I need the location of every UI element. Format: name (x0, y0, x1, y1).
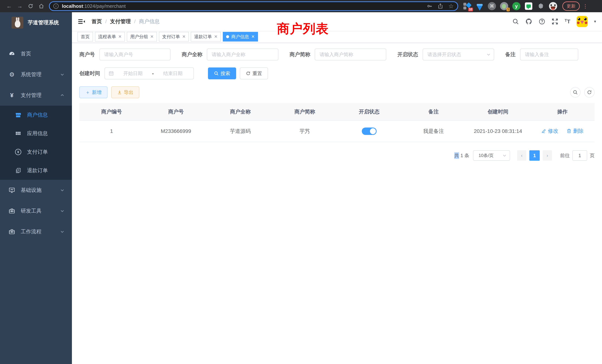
merchant-no-input[interactable] (99, 49, 171, 60)
export-button[interactable]: 导出 (111, 86, 139, 98)
page-number-1[interactable]: 1 (529, 150, 540, 161)
sidebar-item-devtools[interactable]: 研发工具 (0, 201, 72, 221)
next-page-button[interactable]: › (543, 150, 552, 161)
extension-recorder-icon[interactable]: 1 (500, 2, 508, 10)
sidebar-item-pay-order[interactable]: ¥ 支付订单 (0, 143, 72, 161)
top-navbar: 首页 / 支付管理 / 商户信息 (72, 12, 602, 31)
close-icon[interactable]: ✕ (251, 34, 255, 39)
extension-command-icon[interactable]: ⌘ (488, 2, 496, 10)
extension-devtools-icon[interactable]: 10 (463, 2, 472, 10)
bookmark-star-icon[interactable]: ☆ (448, 3, 454, 10)
tab-home[interactable]: 首页 (77, 32, 93, 42)
trash-icon (566, 128, 572, 134)
full-name-input[interactable] (207, 49, 278, 60)
remark-input[interactable] (520, 49, 578, 60)
sidebar-item-workflow[interactable]: 工作流程 (0, 221, 72, 242)
tab-label: 商户信息 (231, 34, 249, 40)
page-size-select[interactable] (473, 150, 510, 161)
search-icon (573, 90, 578, 95)
forward-icon[interactable]: → (14, 1, 25, 11)
status-toggle[interactable] (362, 128, 377, 135)
extensions-puzzle-icon[interactable] (537, 2, 545, 10)
show-search-toggle-button[interactable] (570, 87, 580, 97)
cell-full-name: 芋道源码 (208, 120, 273, 142)
refresh-table-button[interactable] (584, 87, 595, 97)
status-label: 开启状态 (397, 51, 418, 58)
sidebar-item-label: 商户信息 (27, 111, 48, 118)
page-content: 商户号 商户全称 商户简称 开启状态 (72, 43, 602, 364)
column-header: 商户号 (144, 103, 208, 120)
extension-y-icon[interactable]: y (512, 2, 520, 10)
cell-merchant-no: M233666999 (144, 120, 208, 142)
sidebar-item-label: 支付订单 (27, 149, 48, 156)
close-icon[interactable]: ✕ (118, 34, 122, 39)
merchant-no-label: 商户号 (79, 51, 95, 58)
tab-merchant-info[interactable]: 商户信息 ✕ (223, 32, 258, 42)
extension-chat-icon[interactable] (525, 2, 533, 10)
pagination: 共 1 条 ‹ 1 › 前往 页 (79, 150, 595, 161)
page-size-value[interactable] (473, 150, 510, 161)
plus-icon: ＋ (85, 89, 90, 96)
tab-refund-order[interactable]: 退款订单 ✕ (191, 32, 221, 42)
search-button[interactable]: 搜索 (208, 67, 236, 79)
cell-remark: 我是备注 (401, 120, 466, 142)
sidebar-item-pay[interactable]: ¥ 支付管理 (0, 85, 72, 106)
edit-link[interactable]: 修改 (541, 128, 558, 135)
close-icon[interactable]: ✕ (214, 34, 217, 39)
reload-icon[interactable] (25, 1, 36, 11)
tab-user-group[interactable]: 用户分组 ✕ (127, 32, 157, 42)
header-search-icon[interactable] (512, 18, 519, 25)
sidebar-item-label: 工作流程 (21, 228, 42, 235)
font-size-icon[interactable]: TT (565, 18, 570, 25)
add-button[interactable]: ＋ 新增 (79, 86, 108, 98)
column-header: 商户全称 (208, 103, 273, 120)
short-name-label: 商户简称 (290, 51, 310, 58)
status-select[interactable] (423, 49, 494, 60)
password-key-icon[interactable] (427, 3, 432, 9)
sidebar-item-system[interactable]: ⚙ 系统管理 (0, 64, 72, 85)
fullscreen-icon[interactable] (552, 18, 558, 25)
short-name-input[interactable] (315, 49, 386, 60)
user-avatar[interactable] (577, 16, 588, 27)
reset-button[interactable]: 重置 (240, 67, 268, 79)
sidebar-item-merchant-info[interactable]: 商户信息 (0, 106, 72, 124)
remark-label: 备注 (505, 51, 516, 58)
close-icon[interactable]: ✕ (150, 34, 153, 39)
back-icon[interactable]: ← (4, 1, 14, 11)
breadcrumb-separator: / (105, 19, 107, 24)
github-icon[interactable] (525, 18, 532, 25)
yen-circle-icon: ¥ (14, 149, 22, 155)
profile-avatar-icon[interactable] (549, 2, 557, 10)
tab-pay-order[interactable]: 支付订单 ✕ (159, 32, 189, 42)
address-bar[interactable]: i localhost:1024/pay/merchant ☆ (49, 1, 458, 11)
site-info-icon[interactable]: i (53, 3, 59, 9)
breadcrumb-pay[interactable]: 支付管理 (110, 18, 131, 25)
close-icon[interactable]: ✕ (182, 34, 185, 39)
sidebar-fold-icon[interactable] (78, 18, 85, 25)
home-icon[interactable] (36, 1, 47, 11)
app-logo[interactable]: 芋道管理系统 (0, 12, 72, 33)
goto-page-input[interactable] (572, 150, 587, 161)
sidebar-item-home[interactable]: 首页 (0, 43, 72, 64)
extension-gem-icon[interactable] (476, 2, 484, 10)
logo-rabbit-image (11, 17, 23, 29)
prev-page-button[interactable]: ‹ (517, 150, 526, 161)
sidebar-item-refund-order[interactable]: 退款订单 (0, 161, 72, 180)
delete-link[interactable]: 删除 (566, 128, 583, 135)
tab-process-form[interactable]: 流程表单 ✕ (95, 32, 125, 42)
sidebar-item-app-info[interactable]: 应用信息 (0, 124, 72, 143)
sidebar-item-infra[interactable]: 基础设施 (0, 180, 72, 201)
date-range-picker[interactable]: 开始日期 - 结束日期 (105, 67, 194, 79)
url-text[interactable]: localhost:1024/pay/merchant (62, 3, 422, 9)
goto-label: 前往 (560, 152, 570, 159)
avatar-dropdown-caret-icon[interactable]: ▾ (594, 19, 596, 24)
share-icon[interactable] (438, 3, 443, 9)
app-title: 芋道管理系统 (28, 19, 59, 26)
pencil-icon (541, 128, 546, 134)
tab-label: 流程表单 (98, 34, 116, 40)
breadcrumb-home[interactable]: 首页 (92, 18, 102, 25)
help-icon[interactable] (539, 18, 545, 25)
chrome-menu-icon[interactable]: ⋮ (583, 3, 588, 9)
chrome-update-button[interactable]: 更新 (562, 1, 580, 11)
tab-active-dot (226, 35, 229, 38)
